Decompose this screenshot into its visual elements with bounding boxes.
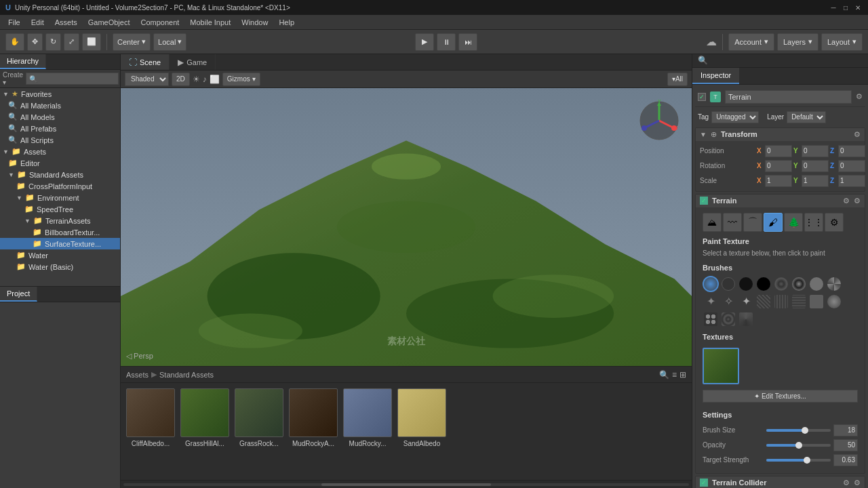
terrain-help-icon[interactable]: ⚙ xyxy=(854,197,861,205)
pos-y-input[interactable] xyxy=(802,145,829,157)
brush-circle-black[interactable] xyxy=(755,276,772,292)
brush-size-track[interactable] xyxy=(766,429,831,432)
brush-dots[interactable] xyxy=(703,311,719,327)
menu-file[interactable]: File xyxy=(3,17,26,28)
collider-active-toggle[interactable]: ✓ xyxy=(700,479,708,487)
project-tab[interactable]: Project xyxy=(0,287,37,302)
brush-noise-4[interactable] xyxy=(826,276,842,292)
collider-settings-icon[interactable]: ⚙ xyxy=(843,479,850,487)
account-dropdown[interactable]: Account ▾ xyxy=(728,33,774,51)
lighting-icon[interactable]: ☀ xyxy=(193,75,200,84)
scale-z-input[interactable] xyxy=(838,175,865,187)
texture-grass[interactable] xyxy=(703,348,739,384)
tag-select[interactable]: Untagged xyxy=(711,111,759,123)
2d-toggle[interactable]: 2D xyxy=(172,73,190,86)
terrain-details-btn[interactable]: ⋮⋮ xyxy=(804,213,823,232)
gizmos-button[interactable]: Gizmos ▾ xyxy=(222,73,260,86)
opacity-value[interactable] xyxy=(833,439,858,451)
step-button[interactable]: ⏭ xyxy=(458,33,477,51)
assets-filter[interactable]: 🔍 xyxy=(659,370,669,380)
asset-cliff[interactable]: CliffAlbedo... xyxy=(126,388,175,447)
rot-y-input[interactable] xyxy=(802,160,829,172)
tree-billboard[interactable]: 📁 BillboardTextur... xyxy=(0,226,120,238)
transform-settings[interactable]: ⚙ xyxy=(854,130,861,139)
maximize-button[interactable]: □ xyxy=(841,3,850,12)
scale-y-input[interactable] xyxy=(802,175,829,187)
tree-water-basic[interactable]: 📁 Water (Basic) xyxy=(0,261,120,272)
breadcrumb-assets[interactable]: Assets xyxy=(126,371,149,379)
tree-standard-assets[interactable]: ▼ 📁 Standard Assets xyxy=(0,169,120,180)
tree-all-models[interactable]: 🔍All Models xyxy=(0,111,120,123)
brush-round-1[interactable] xyxy=(826,293,842,310)
hierarchy-tab[interactable]: Hierarchy xyxy=(0,54,46,69)
menu-gameobject[interactable]: GameObject xyxy=(83,17,136,28)
layers-dropdown[interactable]: Layers ▾ xyxy=(777,33,818,51)
game-tab[interactable]: ▶ Game xyxy=(170,54,216,70)
brush-circle-hard[interactable] xyxy=(738,276,754,292)
rot-z-input[interactable] xyxy=(838,160,865,172)
asset-grasshill[interactable]: GrassHillAl... xyxy=(180,388,229,447)
play-button[interactable]: ▶ xyxy=(415,33,434,51)
inspector-tab[interactable]: Inspector xyxy=(692,68,739,84)
brush-pattern-2[interactable] xyxy=(738,311,754,327)
brush-texture-1[interactable] xyxy=(755,293,772,310)
rect-tool[interactable]: ⬜ xyxy=(82,33,101,51)
menu-edit[interactable]: Edit xyxy=(26,17,50,28)
tree-speedtree[interactable]: 📁 SpeedTree xyxy=(0,203,120,215)
assets-sort[interactable]: ≡ xyxy=(672,370,677,380)
terrain-component-header[interactable]: ✓ Terrain ⚙ ⚙ xyxy=(696,195,865,207)
terrain-smooth-btn[interactable]: ⌒ xyxy=(743,213,762,232)
hand-tool[interactable]: ✋ xyxy=(5,33,24,51)
space-button[interactable]: Local ▾ xyxy=(153,33,186,51)
brush-star[interactable]: ✦ xyxy=(703,293,719,310)
scrollbar-thumb[interactable] xyxy=(321,483,491,486)
terrain-paint-btn[interactable]: 〰 xyxy=(723,213,742,232)
tree-all-scripts[interactable]: 🔍All Scripts xyxy=(0,134,120,146)
opacity-thumb[interactable] xyxy=(795,442,802,449)
target-strength-track[interactable] xyxy=(766,459,831,462)
tree-water[interactable]: 📁 Water xyxy=(0,249,120,261)
pos-x-input[interactable] xyxy=(765,145,792,157)
scene-tab[interactable]: ⛶ Scene xyxy=(121,54,170,70)
transform-header[interactable]: ▼ ⊕ Transform ⚙ xyxy=(696,128,865,141)
brush-noise-3[interactable] xyxy=(808,276,825,292)
terrain-settings-btn[interactable]: ⚙ xyxy=(825,213,844,232)
tree-crossplatform[interactable]: 📁 CrossPlatformInput xyxy=(0,180,120,192)
rotate-tool[interactable]: ↻ xyxy=(45,33,61,51)
terrain-texture-btn[interactable]: 🖌 xyxy=(764,213,783,232)
hierarchy-search[interactable] xyxy=(26,73,119,85)
terrain-create-btn[interactable]: ⛰ xyxy=(703,213,722,232)
brush-pattern-1[interactable] xyxy=(720,311,736,327)
obj-name-input[interactable] xyxy=(725,90,852,104)
pos-z-input[interactable] xyxy=(838,145,865,157)
asset-grassrock[interactable]: GrassRock... xyxy=(235,388,283,447)
brush-star-2[interactable]: ✧ xyxy=(720,293,736,310)
brush-noise-2[interactable] xyxy=(791,276,807,292)
cloud-button[interactable]: ☁ xyxy=(706,35,717,48)
target-strength-value[interactable] xyxy=(833,454,858,466)
tree-editor[interactable]: 📁 Editor xyxy=(0,157,120,169)
brush-circle-medium[interactable] xyxy=(720,276,736,292)
audio-icon[interactable]: ♪ xyxy=(203,75,207,84)
terrain-trees-btn[interactable]: 🌲 xyxy=(784,213,803,232)
close-button[interactable]: ✕ xyxy=(853,3,863,12)
assets-view-toggle[interactable]: ⊞ xyxy=(679,370,686,380)
obj-active-toggle[interactable]: ✓ xyxy=(698,93,706,101)
assets-scrollbar[interactable] xyxy=(121,480,692,488)
brush-star-outline[interactable]: ✦ xyxy=(738,293,754,310)
terrain-collider-header[interactable]: ✓ Terrain Collider ⚙ ⚙ xyxy=(696,476,865,488)
breadcrumb-standard-assets[interactable]: Standard Assets xyxy=(159,371,214,379)
pause-button[interactable]: ⏸ xyxy=(437,33,456,51)
tree-terrainassets[interactable]: ▼ 📁 TerrainAssets xyxy=(0,215,120,226)
menu-mobileinput[interactable]: Mobile Input xyxy=(184,17,236,28)
tree-assets[interactable]: ▼ 📁 Assets xyxy=(0,146,120,157)
hierarchy-create[interactable]: Create ▾ xyxy=(3,71,23,86)
menu-assets[interactable]: Assets xyxy=(50,17,83,28)
collider-help-icon[interactable]: ⚙ xyxy=(854,479,861,487)
tree-environment[interactable]: ▼ 📁 Environment xyxy=(0,192,120,203)
menu-window[interactable]: Window xyxy=(236,17,273,28)
pivot-button[interactable]: Center ▾ xyxy=(113,33,151,51)
scale-tool[interactable]: ⤢ xyxy=(64,33,79,51)
asset-sand[interactable]: SandAlbedo xyxy=(397,388,446,447)
brush-texture-3[interactable] xyxy=(791,293,807,310)
